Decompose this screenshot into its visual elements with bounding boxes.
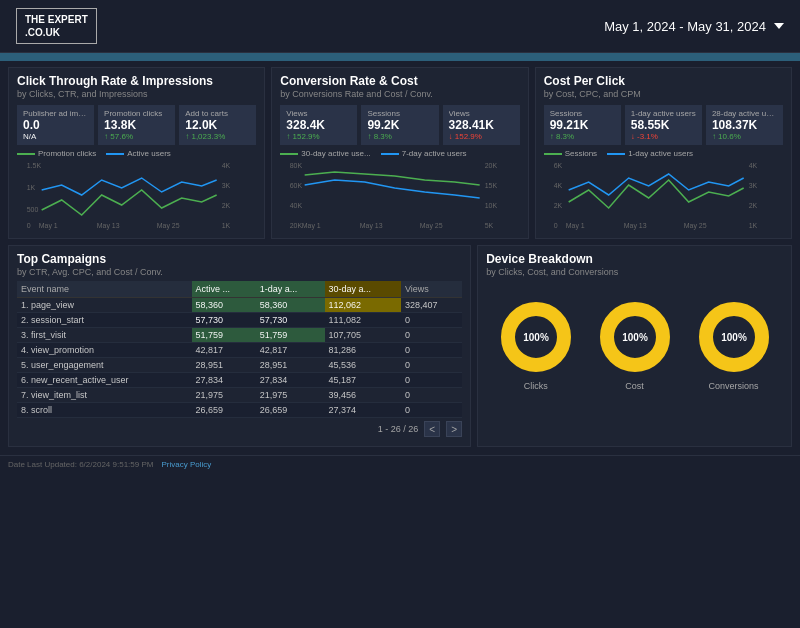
donut-cost-chart: 100% [595, 297, 675, 377]
pagination: 1 - 26 / 26 < > [17, 418, 462, 440]
cpc-mc2-change: ↓ -3.1% [631, 132, 696, 141]
cpc-mc2-label: 1-day active users [631, 109, 696, 118]
main-content: Click Through Rate & Impressions by Clic… [0, 61, 800, 453]
logo: THE EXPERT .CO.UK [16, 8, 97, 44]
svg-text:1K: 1K [27, 184, 36, 191]
conv-card-2: Sessions 99.2K ↑ 8.3% [361, 105, 438, 145]
cell-thirtyday: 27,374 [325, 403, 401, 418]
cpc-card-3: 28-day active users 108.37K ↑ 10.6% [706, 105, 783, 145]
cpc-mc1-label: Sessions [550, 109, 615, 118]
device-panel: Device Breakdown by Clicks, Cost, and Co… [477, 245, 792, 447]
conv-mc1-label: Views [286, 109, 351, 118]
cpc-legend-line-green [544, 153, 562, 155]
ctr-metric-cards: Publisher ad impressions 0.0 N/A Promoti… [17, 105, 256, 145]
table-row: 7. view_item_list 21,975 21,975 39,456 0 [17, 388, 462, 403]
svg-text:0: 0 [27, 222, 31, 229]
table-header-row: Event name Active ... 1-day a... 30-day … [17, 281, 462, 298]
svg-text:2K: 2K [222, 202, 231, 209]
conv-legend-label-2: 7-day active users [402, 149, 467, 158]
cell-views: 0 [401, 343, 462, 358]
device-title: Device Breakdown [486, 252, 783, 266]
campaigns-panel: Top Campaigns by CTR, Avg. CPC, and Cost… [8, 245, 471, 447]
cpc-legend: Sessions 1-day active users [544, 149, 783, 158]
cell-num-name: 4. view_promotion [17, 343, 192, 358]
next-page-button[interactable]: > [446, 421, 462, 437]
privacy-policy-link[interactable]: Privacy Policy [161, 460, 211, 469]
col-header-views[interactable]: Views [401, 281, 462, 298]
cell-oneday: 28,951 [256, 358, 325, 373]
svg-text:4K: 4K [553, 182, 562, 189]
cpc-legend-label-2: 1-day active users [628, 149, 693, 158]
footer-date: Date Last Updated: 6/2/2024 9:51:59 PM [8, 460, 153, 469]
cell-num-name: 5. user_engagement [17, 358, 192, 373]
cpc-legend-label-1: Sessions [565, 149, 597, 158]
cell-oneday: 42,817 [256, 343, 325, 358]
ctr-legend: Promotion clicks Active users [17, 149, 256, 158]
cell-thirtyday: 81,286 [325, 343, 401, 358]
cpc-mc3-change: ↑ 10.6% [712, 132, 777, 141]
cell-active: 58,360 [192, 298, 256, 313]
conv-mc3-change: ↓ 152.9% [449, 132, 514, 141]
cpc-panel: Cost Per Click by Cost, CPC, and CPM Ses… [535, 67, 792, 239]
cpc-panel-title: Cost Per Click [544, 74, 783, 88]
legend-label-1: Promotion clicks [38, 149, 96, 158]
svg-text:May 1: May 1 [39, 222, 58, 230]
cell-thirtyday: 45,536 [325, 358, 401, 373]
donut-clicks-label: Clicks [524, 381, 548, 391]
cell-num-name: 2. session_start [17, 313, 192, 328]
date-range-selector[interactable]: May 1, 2024 - May 31, 2024 [604, 19, 784, 34]
table-row: 8. scroll 26,659 26,659 27,374 0 [17, 403, 462, 418]
conv-card-1: Views 328.4K ↑ 152.9% [280, 105, 357, 145]
conversion-panel: Conversion Rate & Cost by Conversions Ra… [271, 67, 528, 239]
svg-text:May 25: May 25 [157, 222, 180, 230]
svg-text:3K: 3K [748, 182, 757, 189]
conversion-chart: 80K 60K 40K 20K 20K 15K 10K 5K May 1 May… [280, 160, 519, 230]
date-range-dropdown-icon[interactable] [774, 23, 784, 29]
conv-legend-item-2: 7-day active users [381, 149, 467, 158]
cell-views: 0 [401, 403, 462, 418]
logo-line2: .CO.UK [25, 26, 88, 39]
cell-active: 28,951 [192, 358, 256, 373]
col-header-thirtyday[interactable]: 30-day a... [325, 281, 401, 298]
svg-text:10K: 10K [485, 202, 498, 209]
mc3-change: ↑ 1,023.3% [185, 132, 250, 141]
cell-oneday: 51,759 [256, 328, 325, 343]
cell-active: 51,759 [192, 328, 256, 343]
col-header-name[interactable]: Event name [17, 281, 192, 298]
conv-legend-line-green [280, 153, 298, 155]
cell-num-name: 8. scroll [17, 403, 192, 418]
legend-label-2: Active users [127, 149, 171, 158]
legend-item-1: Promotion clicks [17, 149, 96, 158]
legend-item-2: Active users [106, 149, 171, 158]
col-header-active[interactable]: Active ... [192, 281, 256, 298]
table-row: 3. first_visit 51,759 51,759 107,705 0 [17, 328, 462, 343]
svg-text:5K: 5K [485, 222, 494, 229]
conv-legend: 30-day active use... 7-day active users [280, 149, 519, 158]
cpc-mc1-value: 99.21K [550, 118, 615, 132]
donut-cost-label: Cost [625, 381, 644, 391]
metric-card-2: Promotion clicks 13.8K ↑ 57.6% [98, 105, 175, 145]
svg-text:May 13: May 13 [360, 222, 383, 230]
cell-oneday: 27,834 [256, 373, 325, 388]
table-row: 4. view_promotion 42,817 42,817 81,286 0 [17, 343, 462, 358]
campaigns-table: Event name Active ... 1-day a... 30-day … [17, 281, 462, 418]
svg-text:100%: 100% [721, 332, 747, 343]
ctr-chart: 1.5K 1K 500 0 4K 3K 2K 1K May 1 May 13 M… [17, 160, 256, 230]
cpc-mc3-label: 28-day active users [712, 109, 777, 118]
cpc-mc2-value: 58.55K [631, 118, 696, 132]
conv-legend-line-blue [381, 153, 399, 155]
mc3-label: Add to carts [185, 109, 250, 118]
col-header-oneday[interactable]: 1-day a... [256, 281, 325, 298]
mc1-label: Publisher ad impressions [23, 109, 88, 118]
metric-card-3: Add to carts 12.0K ↑ 1,023.3% [179, 105, 256, 145]
conv-mc2-label: Sessions [367, 109, 432, 118]
svg-text:15K: 15K [485, 182, 498, 189]
conversion-metric-cards: Views 328.4K ↑ 152.9% Sessions 99.2K ↑ 8… [280, 105, 519, 145]
svg-text:80K: 80K [290, 162, 303, 169]
legend-line-blue [106, 153, 124, 155]
nav-bar [0, 53, 800, 61]
svg-text:May 13: May 13 [97, 222, 120, 230]
cpc-mc3-value: 108.37K [712, 118, 777, 132]
cell-active: 21,975 [192, 388, 256, 403]
prev-page-button[interactable]: < [424, 421, 440, 437]
